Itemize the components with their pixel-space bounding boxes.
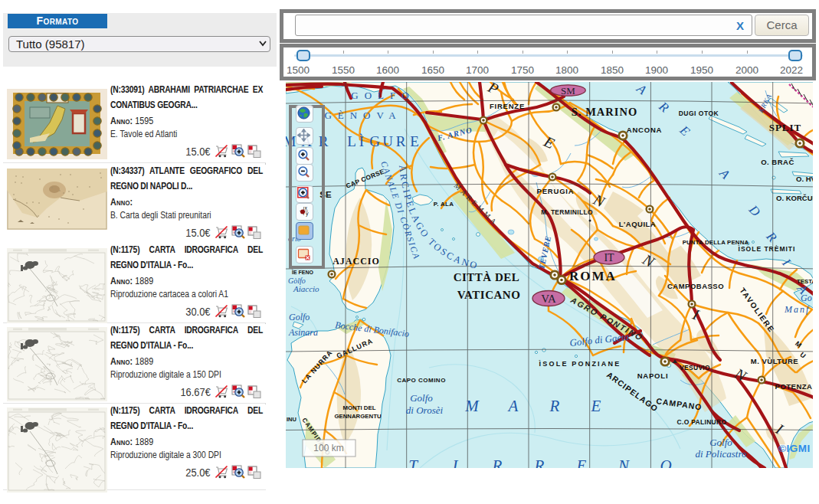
svg-text:SPLIT: SPLIT xyxy=(769,122,802,133)
svg-text:ANCONA: ANCONA xyxy=(627,126,663,134)
svg-text:E: E xyxy=(591,397,601,415)
svg-text:S. MARINO: S. MARINO xyxy=(572,106,637,118)
svg-text:U: U xyxy=(382,133,393,149)
svg-text:P. ALA: P. ALA xyxy=(434,201,454,208)
svg-text:E: E xyxy=(410,133,419,149)
svg-text:NAPOLI: NAPOLI xyxy=(637,371,669,380)
svg-text:Golfo: Golfo xyxy=(709,437,732,448)
svg-text:Asinara: Asinara xyxy=(288,327,318,338)
svg-text:O. BRAČ: O. BRAČ xyxy=(761,158,794,166)
svg-text:Manf: Manf xyxy=(784,304,810,315)
svg-text:CAMPOBASSO: CAMPOBASSO xyxy=(667,282,724,290)
svg-text:Golfo: Golfo xyxy=(410,392,433,404)
svg-text:VATICANO: VATICANO xyxy=(457,289,521,301)
svg-text:R: R xyxy=(534,457,545,468)
svg-text:O. HV: O. HV xyxy=(796,175,813,183)
svg-text:VA: VA xyxy=(541,293,556,305)
svg-text:y: y xyxy=(306,211,309,217)
svg-text:AJACCIO: AJACCIO xyxy=(333,256,380,267)
svg-text:A: A xyxy=(507,397,519,415)
svg-text:I: I xyxy=(452,457,459,468)
svg-text:FIRENZE: FIRENZE xyxy=(490,102,525,110)
svg-text:ÌSOLE TRÈMITI: ÌSOLE TRÈMITI xyxy=(738,245,796,253)
svg-text:DUGI OTOK: DUGI OTOK xyxy=(679,110,719,117)
svg-text:INU: INU xyxy=(287,416,296,423)
svg-text:TESTA D: TESTA D xyxy=(797,278,813,285)
svg-text:IT: IT xyxy=(604,252,614,263)
svg-text:GENNARGENTU: GENNARGENTU xyxy=(334,413,381,420)
svg-text:L'AQUILA: L'AQUILA xyxy=(619,220,656,228)
svg-text:M. TERMINILLO: M. TERMINILLO xyxy=(541,208,593,216)
svg-text:PERUGIA: PERUGIA xyxy=(537,187,575,195)
svg-text:POTENZA: POTENZA xyxy=(775,382,813,391)
svg-text:R: R xyxy=(492,457,503,468)
svg-text:O. KORČUL: O. KORČUL xyxy=(776,194,813,202)
svg-text:100 km: 100 km xyxy=(313,443,343,453)
svg-text:Go: Go xyxy=(801,293,812,303)
svg-text:MONTI DEL: MONTI DEL xyxy=(343,404,376,411)
svg-text:R: R xyxy=(549,397,560,415)
svg-text:Golfo: Golfo xyxy=(289,312,310,322)
svg-text:N: N xyxy=(618,457,630,468)
svg-text:O: O xyxy=(660,457,671,468)
svg-text:PUNTA DELLA PENNA: PUNTA DELLA PENNA xyxy=(683,239,749,246)
svg-text:M: M xyxy=(464,397,480,415)
svg-text:M. VÙLTURE: M. VÙLTURE xyxy=(751,357,798,365)
svg-text:GÈNOVA: GÈNOVA xyxy=(324,110,401,121)
svg-text:CITTÀ DEL: CITTÀ DEL xyxy=(454,271,520,283)
svg-text:R: R xyxy=(396,133,406,149)
svg-text:G: G xyxy=(369,133,380,149)
svg-text:Ì: Ì xyxy=(359,133,364,149)
svg-text:VESUVIO: VESUVIO xyxy=(680,364,710,371)
svg-text:SM: SM xyxy=(561,85,575,97)
svg-text:Aiaccio: Aiaccio xyxy=(293,284,319,293)
svg-text:C.O PALINURO: C.O PALINURO xyxy=(677,418,727,426)
svg-text:E: E xyxy=(576,457,587,468)
svg-text:ROMA: ROMA xyxy=(569,269,617,283)
svg-text:GOLFO: GOLFO xyxy=(351,90,414,101)
svg-text:©IGMI: ©IGMI xyxy=(778,443,811,454)
svg-text:ÌSOLE PONZIANE: ÌSOLE PONZIANE xyxy=(539,360,621,368)
svg-text:ÌE FENO: ÌE FENO xyxy=(291,269,314,275)
svg-text:CAPO COMINO: CAPO COMINO xyxy=(397,377,446,384)
svg-text:L: L xyxy=(347,133,356,149)
svg-text:di Orosèi: di Orosèi xyxy=(406,404,444,416)
svg-text:di Policastro: di Policastro xyxy=(695,448,747,460)
svg-text:T: T xyxy=(408,457,418,468)
